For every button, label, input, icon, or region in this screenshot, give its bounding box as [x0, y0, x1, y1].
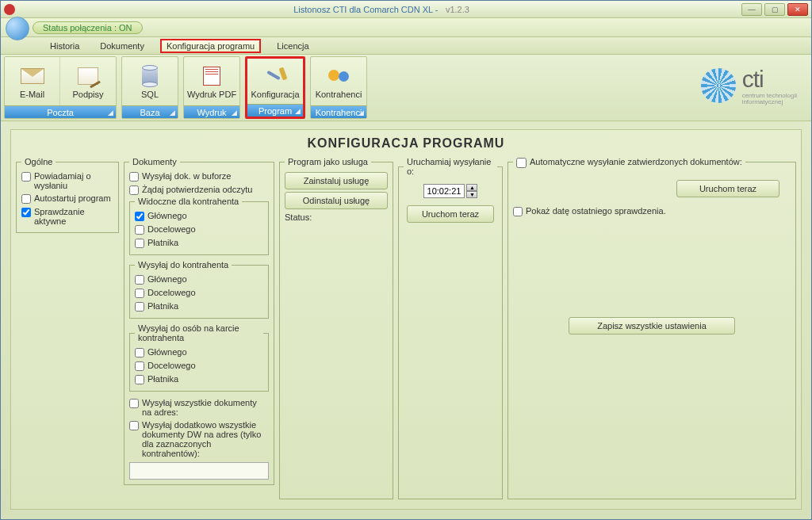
install-service-button[interactable]: Zainstaluj usługę	[285, 172, 388, 189]
signature-icon	[78, 67, 98, 85]
chk-wysylaj-adres[interactable]: Wysyłaj wszystkie dokumenty na adres:	[129, 396, 269, 419]
chk-sprawdzanie-input[interactable]	[21, 208, 31, 217]
chk-wk-docelowego[interactable]: Docelowego	[135, 286, 263, 300]
status-row: Status połączenia : ON	[1, 18, 811, 37]
ribbon-group-kontrahenci: Kontrahenci Kontrahenci◢	[310, 56, 367, 119]
ribbon-group-label-baza: Baza◢	[122, 105, 178, 118]
chk-widoczne-docelowego[interactable]: Docelowego	[135, 223, 263, 236]
group-ogolne: Ogólne Powiadamiaj o wysłaniu Autostartu…	[16, 157, 119, 233]
ribbon-group-program: Konfiguracja Program◢	[245, 56, 305, 119]
chk-autostart-input[interactable]	[21, 194, 31, 204]
time-spin-up[interactable]: ▲	[466, 184, 477, 191]
maximize-button[interactable]: ▢	[764, 3, 785, 16]
logo: cti centrum technologii informatycznej	[701, 66, 797, 105]
chk-wo-glownego[interactable]: Głównego	[135, 346, 263, 359]
group-dokumenty: Dokumenty Wysyłaj dok. w buforze Żądaj p…	[124, 157, 274, 485]
menu-licencja[interactable]: Licencja	[272, 40, 313, 52]
globe-icon	[6, 17, 29, 40]
logo-icon	[701, 68, 736, 103]
chk-widoczne-glownego[interactable]: Głównego	[135, 209, 263, 223]
time-spin-down[interactable]: ▼	[466, 191, 477, 198]
menu-historia[interactable]: Historia	[45, 40, 84, 52]
chk-powiadamiaj[interactable]: Powiadamiaj o wysłaniu	[21, 170, 113, 192]
chk-show-date[interactable]: Pokaż datę ostatniego sprawdzenia.	[513, 205, 791, 218]
group-wysylaj-osob: Wysyłaj do osób na karcie kontrahenta Gł…	[129, 323, 269, 392]
time-input[interactable]: 10:02:21	[423, 184, 465, 198]
ribbon: E-Mail Podpisy Poczta◢ SQL Baza◢	[1, 55, 811, 121]
ribbon-wydrukpdf-button[interactable]: Wydruk PDF	[184, 57, 239, 105]
group-uruchamiaj: Uruchamiaj wysyłanie o: 10:02:21 ▲ ▼ Uru…	[398, 157, 503, 499]
pdf-icon	[203, 67, 220, 86]
chk-bufor[interactable]: Wysyłaj dok. w buforze	[129, 170, 269, 183]
group-wysylaj-kontrahenta: Wysyłaj do kontrahenta Głównego Docelowe…	[129, 260, 269, 319]
database-icon	[142, 67, 158, 86]
ribbon-group-label-program: Program◢	[247, 104, 303, 117]
chk-potwierdzenie[interactable]: Żądaj potwierdzenia odczytu	[129, 183, 269, 197]
chk-widoczne-platnika[interactable]: Płatnika	[135, 236, 263, 250]
ribbon-sql-button[interactable]: SQL	[122, 57, 178, 105]
ribbon-group-wydruk: Wydruk PDF Wydruk◢	[183, 56, 240, 119]
window-title: Listonosz CTI dla Comarch CDN XL - v1.2.…	[21, 4, 741, 15]
group-usluga: Program jako usługa Zainstaluj usługę Od…	[279, 157, 393, 499]
config-page: KONFIGURACJA PROGRAMU Ogólne Powiadamiaj…	[10, 129, 802, 510]
people-icon	[328, 67, 349, 86]
menu-konfiguracja-programu[interactable]: Konfiguracja programu	[160, 39, 261, 53]
ribbon-email-button[interactable]: E-Mail	[5, 57, 60, 105]
ribbon-podpisy-button[interactable]: Podpisy	[60, 57, 116, 105]
close-button[interactable]: ✕	[787, 3, 808, 16]
menu-dokumenty[interactable]: Dokumenty	[95, 40, 149, 52]
save-all-button[interactable]: Zapisz wszystkie ustawienia	[569, 317, 735, 335]
content-area: KONFIGURACJA PROGRAMU Ogólne Powiadamiaj…	[1, 121, 811, 519]
group-widoczne: Widoczne dla kontrahenta Głównego Docelo…	[129, 197, 269, 255]
chk-powiadamiaj-input[interactable]	[21, 172, 31, 182]
chk-autostart[interactable]: Autostartuj program	[21, 192, 113, 205]
dw-address-input[interactable]	[129, 462, 269, 480]
app-icon	[4, 4, 15, 15]
ribbon-kontrahenci-button[interactable]: Kontrahenci	[311, 57, 366, 105]
tools-icon	[265, 66, 285, 86]
chk-wysylaj-dw[interactable]: Wysyłaj dodatkowo wszystkie dokumenty DW…	[129, 419, 269, 460]
chk-wo-platnika[interactable]: Płatnika	[135, 373, 263, 386]
run-now-button[interactable]: Uruchom teraz	[407, 205, 494, 223]
chk-wk-glownego[interactable]: Głównego	[135, 273, 263, 286]
ribbon-group-label-poczta: Poczta◢	[5, 105, 116, 118]
ribbon-group-label-kontrahenci: Kontrahenci◢	[311, 105, 366, 118]
page-title: KONFIGURACJA PROGRAMU	[16, 133, 796, 157]
ribbon-group-baza: SQL Baza◢	[121, 56, 178, 119]
connection-status: Status połączenia : ON	[33, 21, 143, 34]
auto-run-now-button[interactable]: Uruchom teraz	[676, 180, 779, 197]
ribbon-konfiguracja-button[interactable]: Konfiguracja	[247, 59, 303, 104]
minimize-button[interactable]: —	[741, 3, 762, 16]
service-status-label: Status:	[285, 212, 388, 222]
chk-auto-enable[interactable]	[516, 158, 527, 168]
mail-icon	[21, 68, 44, 84]
app-window: Listonosz CTI dla Comarch CDN XL - v1.2.…	[0, 0, 812, 520]
auto-enable-legend[interactable]: Automatyczne wysyłanie zatwierdzonych do…	[513, 157, 745, 168]
titlebar: Listonosz CTI dla Comarch CDN XL - v1.2.…	[1, 1, 811, 18]
chk-sprawdzanie[interactable]: Sprawdzanie aktywne	[21, 205, 113, 228]
chk-wk-platnika[interactable]: Płatnika	[135, 300, 263, 313]
group-auto: Automatyczne wysyłanie zatwierdzonych do…	[508, 157, 796, 499]
ribbon-group-label-wydruk: Wydruk◢	[184, 105, 239, 118]
menubar: Historia Dokumenty Konfiguracja programu…	[1, 37, 811, 55]
chk-wo-docelowego[interactable]: Docelowego	[135, 359, 263, 373]
uninstall-service-button[interactable]: Odinstaluj usługę	[285, 192, 388, 209]
ribbon-group-poczta: E-Mail Podpisy Poczta◢	[4, 56, 117, 119]
